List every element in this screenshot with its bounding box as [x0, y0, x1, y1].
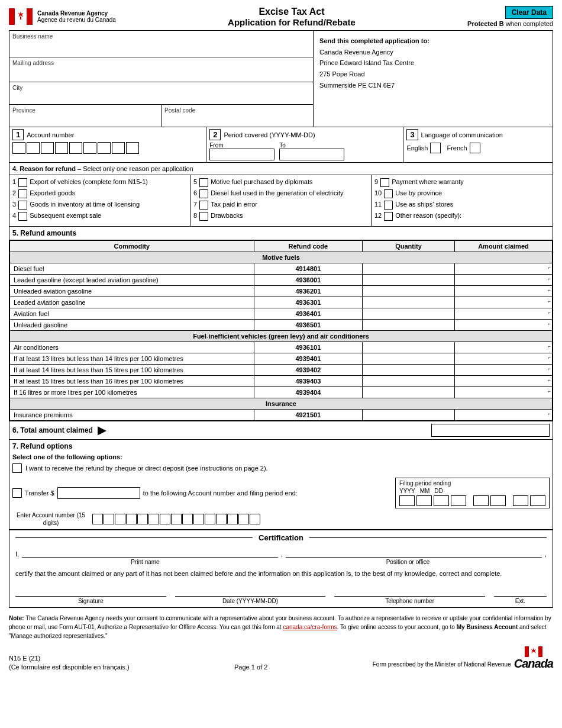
- reason-11-checkbox[interactable]: [384, 201, 393, 210]
- reason-1-checkbox[interactable]: [18, 178, 27, 187]
- reason-4: 4 Subsequent exempt sale: [12, 212, 187, 221]
- section1-label: Account number: [27, 131, 74, 138]
- reason-5-checkbox[interactable]: [199, 178, 208, 187]
- french-checkbox[interactable]: [470, 143, 480, 153]
- mm-box1[interactable]: [473, 495, 489, 506]
- i-label: I,: [15, 550, 19, 558]
- yyyy-box3[interactable]: [434, 495, 449, 506]
- print-name-field[interactable]: [22, 547, 278, 558]
- logo-area: Canada Revenue Agency Agence du revenu d…: [9, 8, 116, 25]
- total-amount-field[interactable]: [431, 424, 550, 437]
- acct-entry-5[interactable]: [137, 514, 148, 524]
- form-title-line1: Excise Tax Act: [116, 7, 467, 17]
- reason-8-checkbox[interactable]: [199, 212, 208, 221]
- acct-entry-8[interactable]: [171, 514, 182, 524]
- certification-title: Certification: [259, 533, 303, 542]
- reason-12-checkbox[interactable]: [384, 212, 393, 221]
- section5-title: 5. Refund amounts: [9, 227, 553, 240]
- yyyy-box4[interactable]: [451, 495, 466, 506]
- acct-box-9[interactable]: [126, 142, 139, 154]
- acct-entry-15[interactable]: [250, 514, 260, 524]
- option1-checkbox[interactable]: [12, 463, 22, 473]
- svg-rect-2: [27, 8, 33, 25]
- acct-box-1[interactable]: [12, 142, 25, 154]
- acct-entry-7[interactable]: [160, 514, 170, 524]
- transfer-amount-input[interactable]: [57, 487, 140, 499]
- telephone-label: Telephone number: [334, 598, 485, 604]
- acct-entry-14[interactable]: [238, 514, 249, 524]
- section4-header: 4. Reason for refund – Select only one r…: [9, 163, 553, 175]
- acct-entry-2[interactable]: [104, 514, 114, 524]
- svg-rect-7: [538, 646, 542, 657]
- acct-entry-9[interactable]: [182, 514, 193, 524]
- reason-6-checkbox[interactable]: [199, 189, 208, 198]
- table-row: If at least 14 litres but less than 15 l…: [10, 365, 553, 376]
- acct-box-2[interactable]: [27, 142, 40, 154]
- reason-7: 7 Tax paid in error: [193, 201, 368, 210]
- reason-9-checkbox[interactable]: [380, 178, 389, 187]
- acct-entry-3[interactable]: [115, 514, 125, 524]
- table-row: Leaded gasoline (except leaded aviation …: [10, 275, 553, 286]
- col-refund-code: Refund code: [254, 241, 362, 252]
- insurance-header: Insurance: [10, 398, 553, 410]
- form-prescribed: Form prescribed by the Minister of Natio…: [373, 661, 511, 668]
- arrow-icon: ▶: [98, 424, 106, 437]
- section2-label: Period covered (YYYY-MM-DD): [224, 131, 315, 138]
- reason-7-checkbox[interactable]: [199, 201, 208, 210]
- acct-box-4[interactable]: [55, 142, 68, 154]
- reason-8: 8 Drawbacks: [193, 212, 368, 221]
- canada-wordmark: Canada: [514, 657, 553, 671]
- acct-entry-12[interactable]: [216, 514, 227, 524]
- dd-box2[interactable]: [530, 495, 545, 506]
- section6-row: 6. Total amount claimed ▶: [9, 421, 553, 440]
- reason-3-checkbox[interactable]: [18, 201, 27, 210]
- period-to-input[interactable]: [279, 149, 344, 160]
- date-label: Date (YYYY-MM-DD): [175, 598, 326, 604]
- acct-box-5[interactable]: [69, 142, 82, 154]
- account-entry-label: Enter Account number (15 digits): [12, 511, 89, 527]
- transfer-checkbox[interactable]: [12, 488, 22, 498]
- mm-box2[interactable]: [490, 495, 506, 506]
- position-field[interactable]: [286, 547, 542, 558]
- telephone-field[interactable]: [334, 584, 485, 597]
- svg-rect-4: [20, 17, 21, 20]
- acct-entry-4[interactable]: [126, 514, 137, 524]
- table-row: Unleaded aviation gasoline 4936201 ⌐: [10, 286, 553, 297]
- reason-1: 1 Export of vehicles (complete form N15-…: [12, 178, 187, 187]
- acct-box-8[interactable]: [112, 142, 125, 154]
- acct-entry-10[interactable]: [193, 514, 204, 524]
- table-row: Leaded aviation gasoline 4936301 ⌐: [10, 297, 553, 308]
- reason-5: 5 Motive fuel purchased by diplomats: [193, 178, 368, 187]
- acct-entry-13[interactable]: [227, 514, 238, 524]
- canada-flag-icon: [9, 8, 33, 25]
- acct-box-7[interactable]: [98, 142, 111, 154]
- reason-6: 6 Diesel fuel used in the generation of …: [193, 189, 368, 198]
- acct-box-3[interactable]: [41, 142, 54, 154]
- period-from-input[interactable]: [209, 149, 274, 160]
- signature-label: Signature: [15, 598, 166, 604]
- reason-10-checkbox[interactable]: [384, 189, 393, 198]
- reason-2-checkbox[interactable]: [18, 189, 27, 198]
- yyyy-box1[interactable]: [399, 495, 415, 506]
- yyyy-box2[interactable]: [416, 495, 432, 506]
- title-area: Excise Tax Act Application for Refund/Re…: [116, 7, 467, 27]
- city-label: City: [12, 85, 310, 91]
- refund-table: Commodity Refund code Quantity Amount cl…: [9, 240, 553, 421]
- cra-forms-link[interactable]: canada.ca/cra-forms: [283, 624, 337, 630]
- english-checkbox[interactable]: [430, 143, 441, 153]
- acct-box-6[interactable]: [83, 142, 96, 154]
- section1-num: 1: [12, 129, 24, 140]
- page-info: Page 1 of 2: [234, 663, 267, 671]
- dd-box1[interactable]: [513, 495, 528, 506]
- table-row: If at least 15 litres but less than 16 l…: [10, 376, 553, 387]
- acct-entry-6[interactable]: [148, 514, 159, 524]
- signature-field[interactable]: [15, 584, 166, 597]
- french-note: (Ce formulaire est disponible en françai…: [9, 663, 130, 671]
- acct-entry-1[interactable]: [92, 514, 103, 524]
- reason-4-checkbox[interactable]: [18, 212, 27, 221]
- position-label: Position or office: [278, 559, 538, 565]
- ext-field[interactable]: [494, 584, 547, 597]
- clear-data-button[interactable]: Clear Data: [505, 6, 553, 19]
- date-field[interactable]: [175, 584, 326, 597]
- acct-entry-11[interactable]: [205, 514, 215, 524]
